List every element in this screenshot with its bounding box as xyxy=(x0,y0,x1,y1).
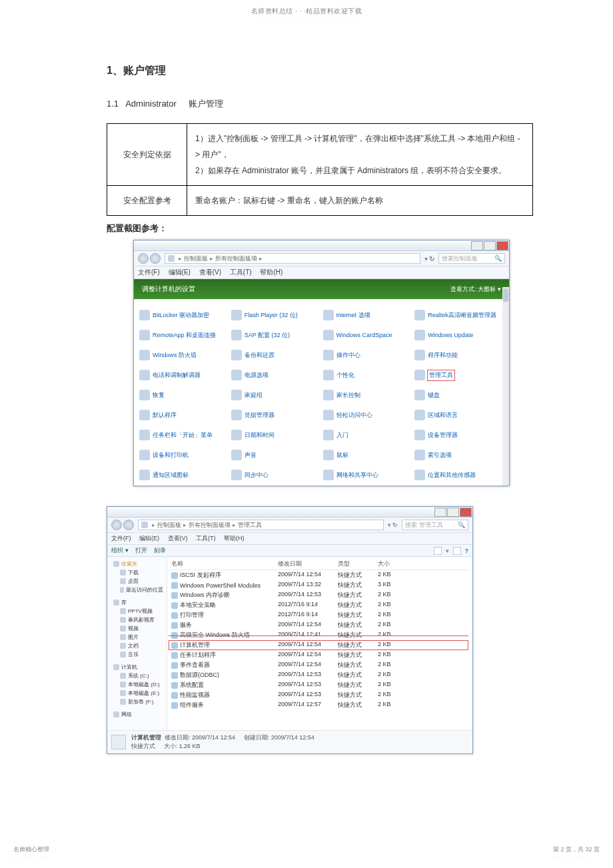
panel-item[interactable]: 操作中心 xyxy=(323,348,412,362)
menu-tools[interactable]: 工具(T) xyxy=(230,268,252,276)
sidebar-item[interactable]: 桌面 xyxy=(111,577,163,586)
help-icon[interactable]: ? xyxy=(465,548,469,554)
scrollbar[interactable] xyxy=(502,287,509,486)
maximize-button[interactable] xyxy=(447,508,459,517)
panel-item[interactable]: Realtek高清晰音频管理器 xyxy=(414,308,504,322)
panel-item[interactable]: 键盘 xyxy=(414,388,504,402)
file-row[interactable]: 本地安全策略2012/7/16 9:14快捷方式2 KB xyxy=(169,600,468,610)
panel-item[interactable]: 位置和其他传感器 xyxy=(414,468,504,482)
back-button[interactable] xyxy=(111,520,122,530)
minimize-button[interactable] xyxy=(471,241,483,250)
panel-item[interactable]: Windows Update xyxy=(414,328,504,342)
panel-item[interactable]: BitLocker 驱动器加密 xyxy=(139,308,229,322)
file-row[interactable]: 系统配置2009/7/14 12:53快捷方式2 KB xyxy=(169,680,468,690)
file-row[interactable]: 事件查看器2009/7/14 12:54快捷方式2 KB xyxy=(169,660,468,670)
scroll-thumb[interactable] xyxy=(503,288,508,302)
col-name[interactable]: 名称 xyxy=(171,560,278,568)
sidebar-item[interactable]: 系统 (C:) xyxy=(111,671,163,680)
crumb-0[interactable]: 控制面板 xyxy=(184,254,208,263)
back-button[interactable] xyxy=(138,253,149,264)
sidebar-item[interactable]: 新加卷 (F:) xyxy=(111,697,163,706)
sidebar-item[interactable]: 本地磁盘 (E:) xyxy=(111,689,163,697)
col-type[interactable]: 类型 xyxy=(338,560,378,568)
sidebar-item[interactable]: PPTV视频 xyxy=(111,607,163,616)
forward-button[interactable] xyxy=(150,253,161,264)
panel-item[interactable]: 设备管理器 xyxy=(414,428,504,442)
panel-item[interactable]: 日期和时间 xyxy=(231,428,320,442)
panel-item[interactable]: 管理工具 xyxy=(414,368,504,382)
file-row[interactable]: 服务2009/7/14 12:54快捷方式2 KB xyxy=(169,620,468,630)
col-size[interactable]: 大小 xyxy=(378,560,418,568)
menu-help[interactable]: 帮助(H) xyxy=(260,268,283,276)
panel-item[interactable]: 凭据管理器 xyxy=(231,408,320,422)
panel-item[interactable]: 同步中心 xyxy=(231,468,320,482)
file-row[interactable]: 组件服务2009/7/14 12:57快捷方式2 KB xyxy=(169,700,468,710)
forward-button[interactable] xyxy=(123,520,134,530)
sidebar-item[interactable]: 最近访问的位置 xyxy=(111,586,163,594)
panel-item[interactable]: 区域和语言 xyxy=(414,408,504,422)
search-input[interactable]: 搜索 管理工具 🔍 xyxy=(402,520,468,530)
panel-item[interactable]: 家庭组 xyxy=(231,388,320,402)
panel-item[interactable]: 轻松访问中心 xyxy=(323,408,412,422)
file-row[interactable]: Windows 内存诊断2009/7/14 12:53快捷方式2 KB xyxy=(169,590,468,600)
sidebar-item[interactable]: 视频 xyxy=(111,624,163,633)
sidebar-item[interactable]: 下载 xyxy=(111,568,163,577)
minimize-button[interactable] xyxy=(434,508,446,517)
crumb-2[interactable]: 管理工具 xyxy=(238,521,262,530)
sidebar-item[interactable]: 暴风影视库 xyxy=(111,616,163,624)
file-row[interactable]: 打印管理2012/7/16 9:14快捷方式2 KB xyxy=(169,610,468,620)
panel-item[interactable]: 电话和调制解调器 xyxy=(139,368,229,382)
panel-item[interactable]: RemoteApp 和桌面连接 xyxy=(139,328,229,342)
maximize-button[interactable] xyxy=(484,241,496,250)
panel-item[interactable]: 任务栏和「开始」菜单 xyxy=(139,428,229,442)
menu-view[interactable]: 查看(V) xyxy=(199,268,221,276)
crumb-0[interactable]: 控制面板 xyxy=(157,521,181,530)
menu-help[interactable]: 帮助(H) xyxy=(224,535,245,542)
menu-view[interactable]: 查看(V) xyxy=(168,535,188,542)
panel-item[interactable]: Flash Player (32 位) xyxy=(231,308,320,322)
file-row[interactable]: 高级安全 Windows 防火墙2009/7/14 12:41快捷方式2 KB xyxy=(169,630,468,640)
col-date[interactable]: 修改日期 xyxy=(278,560,338,568)
panel-item[interactable]: 鼠标 xyxy=(323,448,412,462)
crumb-1[interactable]: 所有控制面板项 xyxy=(215,254,257,263)
sidebar-group[interactable]: 库 xyxy=(111,598,163,607)
panel-item[interactable]: 索引选项 xyxy=(414,448,504,462)
panel-item[interactable]: 声音 xyxy=(231,448,320,462)
breadcrumb[interactable]: ▸ 控制面板 ▸ 所有控制面板项 ▸ 管理工具 xyxy=(138,520,384,530)
sidebar-group[interactable]: 网络 xyxy=(111,710,163,719)
panel-item[interactable]: 恢复 xyxy=(139,388,229,402)
panel-item[interactable]: 默认程序 xyxy=(139,408,229,422)
panel-item[interactable]: 通知区域图标 xyxy=(139,468,229,482)
view-mode[interactable]: 查看方式: 大图标 ▾ xyxy=(450,285,501,294)
file-row[interactable]: 性能监视器2009/7/14 12:53快捷方式2 KB xyxy=(169,690,468,700)
file-row[interactable]: 任务计划程序2009/7/14 12:54快捷方式2 KB xyxy=(169,650,468,660)
sidebar-item[interactable]: 文档 xyxy=(111,642,163,650)
view-switch-icon[interactable] xyxy=(434,547,442,555)
panel-item[interactable]: Windows CardSpace xyxy=(323,328,412,342)
sidebar-item[interactable]: 图片 xyxy=(111,633,163,642)
panel-item[interactable]: 家长控制 xyxy=(323,388,412,402)
panel-item[interactable]: 个性化 xyxy=(323,368,412,382)
menu-edit[interactable]: 编辑(E) xyxy=(169,268,191,276)
tb-organize[interactable]: 组织 ▾ xyxy=(111,546,129,555)
sidebar-item[interactable]: 本地磁盘 (D:) xyxy=(111,680,163,689)
file-row[interactable]: 计算机管理2009/7/14 12:54快捷方式2 KB xyxy=(169,640,468,650)
panel-item[interactable]: SAP 配置 (32 位) xyxy=(231,328,320,342)
panel-item[interactable]: Internet 选项 xyxy=(323,308,412,322)
tb-burn[interactable]: 刻录 xyxy=(154,546,166,555)
file-row[interactable]: iSCSI 发起程序2009/7/14 12:54快捷方式2 KB xyxy=(169,570,468,580)
breadcrumb[interactable]: ▸ 控制面板 ▸ 所有控制面板项 ▸ xyxy=(165,253,420,264)
crumb-1[interactable]: 所有控制面板项 xyxy=(189,521,231,530)
menu-file[interactable]: 文件(F) xyxy=(138,268,160,276)
close-button[interactable] xyxy=(496,241,508,250)
panel-item[interactable]: 网络和共享中心 xyxy=(323,468,412,482)
menu-tools[interactable]: 工具(T) xyxy=(196,535,216,542)
menu-edit[interactable]: 编辑(E) xyxy=(139,535,159,542)
tb-open[interactable]: 打开 xyxy=(135,546,147,555)
preview-pane-icon[interactable] xyxy=(453,547,461,555)
sidebar-group[interactable]: 收藏夹 xyxy=(111,560,163,568)
panel-item[interactable]: 程序和功能 xyxy=(414,348,504,362)
file-row[interactable]: 数据源(ODBC)2009/7/14 12:53快捷方式2 KB xyxy=(169,670,468,680)
panel-item[interactable]: 电源选项 xyxy=(231,368,320,382)
sidebar-item[interactable]: 音乐 xyxy=(111,650,163,659)
